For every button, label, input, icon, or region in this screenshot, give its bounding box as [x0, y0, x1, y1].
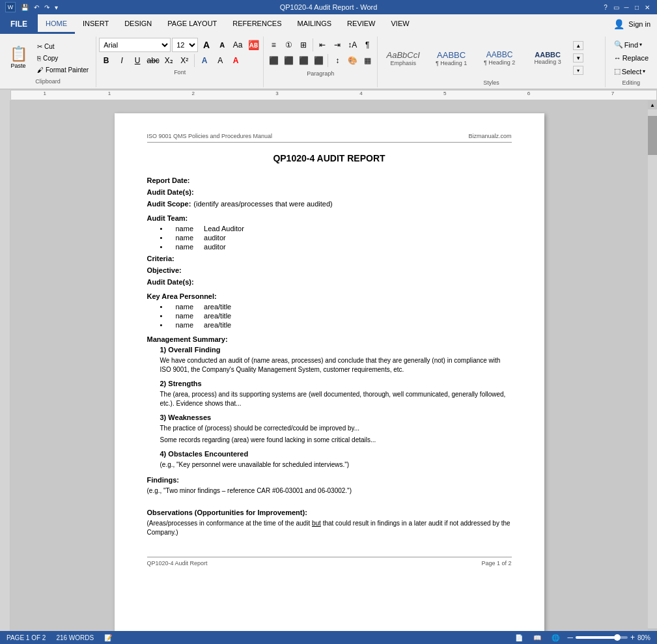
- view-tab[interactable]: VIEW: [384, 14, 417, 34]
- minimize-btn[interactable]: ─: [622, 3, 631, 12]
- font-section: Arial 12 A A Aa 🆎 B I U abc X₂ X² A A: [96, 36, 264, 87]
- personnel-item-2: • name area/title: [160, 312, 512, 320]
- save-quick-btn[interactable]: 💾: [20, 3, 30, 12]
- shading-btn[interactable]: 🎨: [345, 53, 359, 68]
- scroll-thumb[interactable]: [648, 116, 657, 155]
- print-layout-btn[interactable]: 📄: [512, 633, 525, 642]
- numbering-btn[interactable]: ①: [281, 38, 296, 52]
- document-area[interactable]: ISO 9001 QMS Policies and Procedures Man…: [10, 100, 648, 637]
- cut-button[interactable]: ✂Cut: [34, 41, 92, 52]
- replace-btn[interactable]: ↔ Replace: [609, 51, 653, 64]
- doc-footer-left: QP1020-4 Audit Report: [147, 560, 208, 567]
- proofing-icon[interactable]: 📝: [104, 634, 112, 641]
- paste-icon: 📋: [10, 47, 27, 61]
- subsection-3-text1: The practice of (process) should be corr…: [160, 424, 512, 433]
- borders-btn[interactable]: ▦: [360, 53, 374, 68]
- decrease-indent-btn[interactable]: ⇤: [315, 38, 329, 52]
- superscript-btn[interactable]: X²: [177, 53, 191, 68]
- styles-scroll-down[interactable]: ▼: [573, 53, 583, 63]
- subsection-2-text: The (area, process) and its supporting s…: [160, 390, 512, 408]
- ruler-corner: [0, 90, 10, 100]
- key-personnel-list: • name area/title • name area/title • na…: [160, 303, 512, 329]
- align-center-btn[interactable]: ⬛: [281, 53, 296, 68]
- styles-scroll-up[interactable]: ▲: [573, 41, 583, 50]
- undo-quick-btn[interactable]: ↶: [33, 3, 40, 12]
- change-case-btn[interactable]: Aa: [231, 38, 245, 52]
- italic-btn[interactable]: I: [115, 53, 129, 68]
- format-painter-button[interactable]: 🖌Format Painter: [34, 64, 92, 76]
- clear-formatting-btn[interactable]: 🆎: [246, 38, 260, 52]
- review-tab[interactable]: REVIEW: [339, 14, 383, 34]
- auditor-name-3: name: [176, 243, 194, 251]
- grow-font-btn[interactable]: A: [199, 38, 214, 52]
- justify-btn[interactable]: ⬛: [311, 53, 326, 68]
- findings-text: (e.g., "Two minor findings – reference C…: [147, 486, 512, 496]
- web-layout-btn[interactable]: 🌐: [549, 633, 562, 642]
- shrink-font-btn[interactable]: A: [215, 38, 229, 52]
- copy-button[interactable]: ⎘Copy: [34, 53, 92, 64]
- auditor-role-2: auditor: [204, 234, 226, 242]
- maximize-btn[interactable]: □: [632, 3, 641, 12]
- bold-btn[interactable]: B: [99, 53, 113, 68]
- font-color-btn[interactable]: A: [229, 53, 243, 68]
- mgmt-summary-heading: Management Summary:: [147, 335, 512, 343]
- align-right-btn[interactable]: ⬛: [296, 53, 311, 68]
- insert-tab[interactable]: INSERT: [75, 14, 117, 34]
- help-btn[interactable]: ?: [601, 3, 610, 12]
- paste-button[interactable]: 📋 Paste: [4, 42, 33, 74]
- mailings-tab[interactable]: MAILINGS: [290, 14, 340, 34]
- customize-quick-btn[interactable]: ▾: [53, 3, 59, 12]
- scroll-track[interactable]: [648, 109, 657, 628]
- text-highlight-btn[interactable]: A: [213, 53, 227, 68]
- font-size-select[interactable]: 12: [172, 38, 198, 52]
- subsection-1-text: We have conducted an audit of (name area…: [160, 356, 512, 374]
- clipboard-section: 📋 Paste ✂Cut ⎘Copy 🖌Format Painter Clipb…: [0, 36, 96, 87]
- subscript-btn[interactable]: X₂: [161, 53, 176, 68]
- styles-expand[interactable]: ▾: [573, 66, 583, 75]
- zoom-slider-track[interactable]: [576, 636, 628, 639]
- quick-access-toolbar: 💾 ↶ ↷ ▾: [20, 3, 59, 12]
- style-emphasis[interactable]: AaBbCcI Emphasis: [380, 41, 426, 75]
- style-heading3[interactable]: AABBC Heading 3: [525, 41, 570, 75]
- key-personnel-heading: Key Area Personnel:: [147, 292, 512, 300]
- align-left-btn[interactable]: ⬛: [266, 53, 281, 68]
- doc-title: QP1020-4 AUDIT REPORT: [147, 153, 512, 163]
- read-view-btn[interactable]: 📖: [531, 633, 544, 642]
- doc-header-left: ISO 9001 QMS Policies and Procedures Man…: [147, 133, 273, 139]
- editing-label: Editing: [609, 79, 653, 86]
- audit-dates-field: Audit Date(s):: [147, 188, 512, 196]
- design-tab[interactable]: DESIGN: [117, 14, 160, 34]
- sort-btn[interactable]: ↕A: [345, 38, 359, 52]
- font-name-select[interactable]: Arial: [99, 38, 171, 52]
- page-layout-tab[interactable]: PAGE LAYOUT: [160, 14, 225, 34]
- window-controls: ? ▭ ─ □ ✕: [601, 3, 652, 12]
- increase-indent-btn[interactable]: ⇥: [330, 38, 344, 52]
- references-tab[interactable]: REFERENCES: [225, 14, 289, 34]
- report-date-label: Report Date:: [147, 176, 190, 184]
- multilevel-btn[interactable]: ⊞: [296, 38, 311, 52]
- show-formatting-btn[interactable]: ¶: [360, 38, 374, 52]
- restore-btn[interactable]: ▭: [611, 3, 621, 12]
- document-page[interactable]: ISO 9001 QMS Policies and Procedures Man…: [115, 113, 544, 637]
- close-btn[interactable]: ✕: [643, 3, 652, 12]
- style-heading1[interactable]: AABBC ¶ Heading 1: [428, 41, 474, 75]
- file-tab[interactable]: FILE: [0, 14, 38, 34]
- zoom-thumb[interactable]: [614, 634, 621, 641]
- zoom-minus-btn[interactable]: ─: [567, 633, 573, 642]
- zoom-plus-btn[interactable]: +: [630, 633, 635, 642]
- style-heading2[interactable]: AABBC ¶ Heading 2: [477, 41, 522, 75]
- scroll-up-btn[interactable]: ▲: [648, 100, 657, 109]
- sign-in-btn[interactable]: 👤 Sign in: [607, 14, 657, 34]
- select-btn[interactable]: ⬚ Select ▾: [609, 64, 653, 78]
- strikethrough-btn[interactable]: abc: [146, 53, 160, 68]
- home-tab[interactable]: HOME: [38, 14, 75, 34]
- redo-quick-btn[interactable]: ↷: [43, 3, 51, 12]
- line-spacing-btn[interactable]: ↕: [330, 53, 344, 68]
- vertical-scrollbar[interactable]: ▲ ▼: [648, 100, 657, 637]
- text-effects-btn[interactable]: A: [197, 53, 212, 68]
- doc-header-right: Bizmanualz.com: [468, 133, 511, 139]
- underline-btn[interactable]: U: [130, 53, 145, 68]
- subsection-2: 2) Strengths The (area, process) and its…: [160, 380, 512, 408]
- bullets-btn[interactable]: ≡: [266, 38, 281, 52]
- find-btn[interactable]: 🔍 Find ▾: [609, 38, 653, 51]
